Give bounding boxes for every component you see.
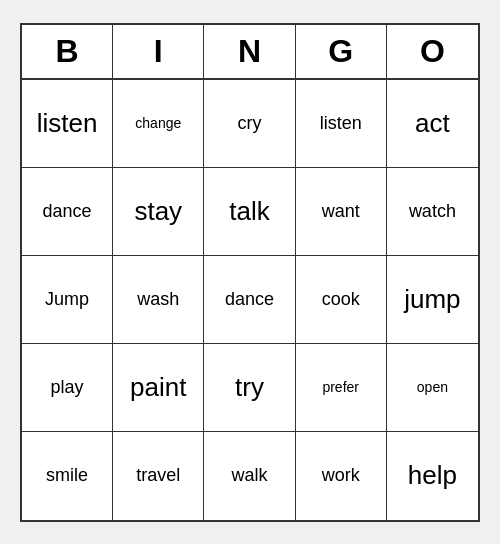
bingo-cell: work	[296, 432, 387, 520]
header-letter: O	[387, 25, 478, 78]
cell-text: travel	[136, 465, 180, 486]
cell-text: want	[322, 201, 360, 222]
cell-text: prefer	[322, 379, 359, 395]
cell-text: wash	[137, 289, 179, 310]
bingo-cell: cook	[296, 256, 387, 344]
cell-text: help	[408, 460, 457, 491]
header-letter: B	[22, 25, 113, 78]
bingo-cell: try	[204, 344, 295, 432]
cell-text: stay	[134, 196, 182, 227]
bingo-cell: watch	[387, 168, 478, 256]
bingo-cell: wash	[113, 256, 204, 344]
cell-text: work	[322, 465, 360, 486]
bingo-cell: jump	[387, 256, 478, 344]
bingo-cell: walk	[204, 432, 295, 520]
bingo-cell: smile	[22, 432, 113, 520]
bingo-cell: prefer	[296, 344, 387, 432]
bingo-cell: talk	[204, 168, 295, 256]
cell-text: Jump	[45, 289, 89, 310]
bingo-cell: act	[387, 80, 478, 168]
cell-text: cook	[322, 289, 360, 310]
cell-text: try	[235, 372, 264, 403]
cell-text: jump	[404, 284, 460, 315]
header-letter: G	[296, 25, 387, 78]
bingo-cell: listen	[296, 80, 387, 168]
cell-text: open	[417, 379, 448, 395]
cell-text: dance	[43, 201, 92, 222]
bingo-cell: play	[22, 344, 113, 432]
bingo-card: BINGO listenchangecrylistenactdancestayt…	[20, 23, 480, 522]
bingo-cell: change	[113, 80, 204, 168]
bingo-grid: listenchangecrylistenactdancestaytalkwan…	[22, 80, 478, 520]
bingo-cell: dance	[204, 256, 295, 344]
bingo-cell: want	[296, 168, 387, 256]
cell-text: talk	[229, 196, 269, 227]
cell-text: smile	[46, 465, 88, 486]
cell-text: watch	[409, 201, 456, 222]
bingo-cell: dance	[22, 168, 113, 256]
bingo-cell: open	[387, 344, 478, 432]
bingo-cell: stay	[113, 168, 204, 256]
cell-text: change	[135, 115, 181, 131]
cell-text: dance	[225, 289, 274, 310]
bingo-cell: listen	[22, 80, 113, 168]
cell-text: paint	[130, 372, 186, 403]
cell-text: walk	[231, 465, 267, 486]
bingo-cell: help	[387, 432, 478, 520]
bingo-cell: travel	[113, 432, 204, 520]
cell-text: listen	[37, 108, 98, 139]
cell-text: cry	[237, 113, 261, 134]
cell-text: listen	[320, 113, 362, 134]
header-letter: N	[204, 25, 295, 78]
cell-text: play	[51, 377, 84, 398]
cell-text: act	[415, 108, 450, 139]
bingo-cell: cry	[204, 80, 295, 168]
bingo-cell: paint	[113, 344, 204, 432]
header-letter: I	[113, 25, 204, 78]
bingo-cell: Jump	[22, 256, 113, 344]
bingo-header: BINGO	[22, 25, 478, 80]
